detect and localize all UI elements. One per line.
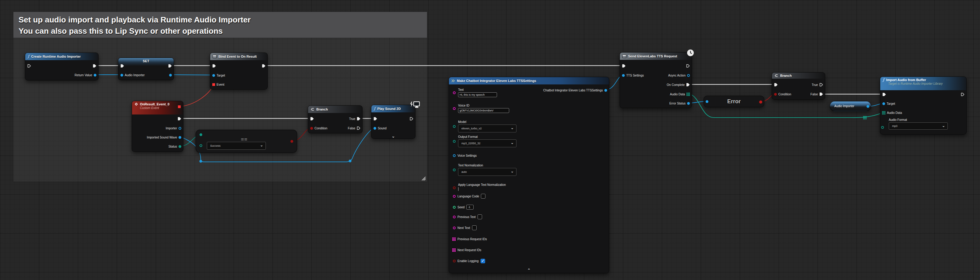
next-request-ids-array-pin[interactable] xyxy=(452,248,456,252)
exec-out-pin[interactable] xyxy=(410,117,414,120)
previous-text-pin[interactable] xyxy=(453,216,456,218)
exec-in-pin[interactable] xyxy=(212,64,216,68)
text-normalization-dropdown[interactable]: auto xyxy=(458,168,517,176)
language-code-input[interactable] xyxy=(481,194,485,199)
node-onresult-custom-event[interactable]: OnResult_Event_0 Custom Event Importer I… xyxy=(132,101,183,152)
exec-out-pin[interactable] xyxy=(262,64,266,68)
target-pin[interactable] xyxy=(212,74,215,77)
exec-in-pin[interactable] xyxy=(310,117,314,120)
error-output-pin[interactable] xyxy=(759,101,762,104)
true-exec-pin[interactable] xyxy=(357,117,360,120)
collapse-caret[interactable] xyxy=(527,268,531,272)
apply-language-checkbox[interactable] xyxy=(458,187,459,191)
text-input[interactable]: Hi, this is my speech xyxy=(458,92,497,97)
exec-in-pin[interactable] xyxy=(882,93,886,96)
blueprint-graph-canvas[interactable]: Set up audio import and playback via Run… xyxy=(0,0,980,280)
node-equal-enum[interactable]: == Success xyxy=(196,130,297,153)
getter-output-pin[interactable] xyxy=(867,105,869,108)
seed-pin[interactable] xyxy=(453,206,456,209)
previous-text-input[interactable] xyxy=(477,214,482,219)
async-action-pin[interactable] xyxy=(687,74,690,77)
equal-input-a-pin[interactable] xyxy=(199,133,202,136)
voice-settings-pin[interactable] xyxy=(453,154,456,157)
exec-in-pin[interactable] xyxy=(121,64,124,68)
voice-id-pin[interactable] xyxy=(453,107,456,110)
node-header[interactable]: ƒ Create Runtime Audio Importer xyxy=(25,53,98,60)
audio-data-array-pin[interactable] xyxy=(686,93,690,96)
exec-out-pin[interactable] xyxy=(961,93,964,96)
error-status-pin[interactable] xyxy=(687,102,690,105)
node-header[interactable]: OnResult_Event_0 Custom Event xyxy=(132,101,183,114)
event-delegate-pin[interactable] xyxy=(212,83,215,86)
next-text-pin[interactable] xyxy=(453,226,456,229)
wire-knot-1[interactable] xyxy=(199,160,202,163)
previous-request-ids-array-pin[interactable] xyxy=(452,237,456,241)
node-error-getter[interactable]: Error xyxy=(703,96,764,107)
exec-out-pin[interactable] xyxy=(93,64,96,68)
node-header[interactable]: Send ElevenLabs TTS Request xyxy=(620,52,692,60)
output-format-dropdown[interactable]: mp3_22050_32 xyxy=(458,139,517,147)
exec-in-pin[interactable] xyxy=(374,117,377,120)
audio-format-dropdown[interactable]: mp3 xyxy=(889,122,948,130)
enum-value-dropdown[interactable]: Success xyxy=(207,142,266,150)
imported-sound-wave-pin[interactable] xyxy=(178,136,181,139)
model-pin[interactable] xyxy=(453,125,456,128)
condition-pin[interactable] xyxy=(774,93,777,96)
node-import-audio-from-buffer[interactable]: ƒ Import Audio from Buffer Target is Run… xyxy=(880,76,967,134)
node-header[interactable]: Make Chatbot Integrator Eleven Labs TTSS… xyxy=(449,77,609,84)
struct-output-pin[interactable] xyxy=(605,89,607,92)
target-pin[interactable] xyxy=(882,102,885,105)
false-exec-pin[interactable] xyxy=(357,127,360,130)
enable-logging-checkbox[interactable] xyxy=(480,259,485,263)
error-input-pin[interactable] xyxy=(706,100,708,103)
node-header[interactable]: ƒ Play Sound 2D xyxy=(371,105,415,112)
voice-id-input[interactable]: gOkFV1JMCt0G0n9xmBwV xyxy=(458,108,509,113)
node-create-runtime-audio-importer[interactable]: ƒ Create Runtime Audio Importer Return V… xyxy=(25,52,99,81)
exec-out-pin[interactable] xyxy=(168,64,172,68)
audio-importer-in-pin[interactable] xyxy=(121,74,123,76)
audio-data-array-pin[interactable] xyxy=(882,111,885,114)
next-text-input[interactable] xyxy=(472,225,477,230)
return-value-pin[interactable] xyxy=(94,74,96,76)
condition-pin[interactable] xyxy=(310,127,313,130)
node-play-sound-2d[interactable]: ƒ Play Sound 2D Sound xyxy=(371,105,415,139)
output-format-pin[interactable] xyxy=(453,140,456,143)
status-pin[interactable] xyxy=(178,145,181,148)
sound-pin[interactable] xyxy=(374,127,376,130)
language-code-pin[interactable] xyxy=(453,195,456,198)
node-branch-1[interactable]: Branch True Condition False xyxy=(308,105,363,133)
on-complete-exec-pin[interactable] xyxy=(686,83,690,87)
node-set-audio-importer[interactable]: SET Audio Importer xyxy=(118,58,174,80)
node-make-tts-settings[interactable]: Make Chatbot Integrator Eleven Labs TTSS… xyxy=(449,77,609,273)
exec-out-pin[interactable] xyxy=(178,117,181,120)
false-exec-pin[interactable] xyxy=(819,92,823,96)
audiodata-reroute-knot[interactable] xyxy=(863,116,867,119)
node-audio-importer-getter[interactable]: Audio Importer xyxy=(830,101,871,111)
model-dropdown[interactable]: eleven_turbo_v2 xyxy=(458,125,517,133)
node-header[interactable]: Bind Event to On Result xyxy=(210,53,267,60)
node-header[interactable]: Branch xyxy=(772,73,825,79)
audio-format-pin[interactable] xyxy=(881,126,884,129)
node-bind-event-to-on-result[interactable]: Bind Event to On Result Target Event xyxy=(210,52,268,90)
exec-in-pin[interactable] xyxy=(622,64,626,68)
node-header[interactable]: ƒ Import Audio from Buffer Target is Run… xyxy=(880,77,966,90)
expand-advanced-caret[interactable] xyxy=(392,134,395,139)
seed-input[interactable]: -1 xyxy=(466,205,474,210)
wire-delegate-event[interactable] xyxy=(180,85,213,107)
importer-pin[interactable] xyxy=(178,127,181,130)
tts-settings-pin[interactable] xyxy=(622,74,625,77)
apply-language-text-normalization-pin[interactable] xyxy=(453,187,456,189)
wire-knot-2[interactable] xyxy=(349,160,352,163)
node-header[interactable]: Branch xyxy=(308,106,362,113)
enable-logging-pin[interactable] xyxy=(453,259,456,263)
true-exec-pin[interactable] xyxy=(819,83,823,87)
equal-input-b-pin[interactable] xyxy=(199,144,202,147)
exec-out-pin[interactable] xyxy=(686,64,690,68)
equal-result-pin[interactable] xyxy=(291,140,293,143)
text-pin[interactable] xyxy=(453,92,456,94)
audio-importer-out-pin[interactable] xyxy=(169,74,172,76)
exec-in-pin[interactable] xyxy=(774,83,778,87)
exec-in-pin[interactable] xyxy=(27,64,31,68)
node-branch-2[interactable]: Branch True Condition False xyxy=(772,72,825,100)
text-normalization-pin[interactable] xyxy=(453,169,456,171)
